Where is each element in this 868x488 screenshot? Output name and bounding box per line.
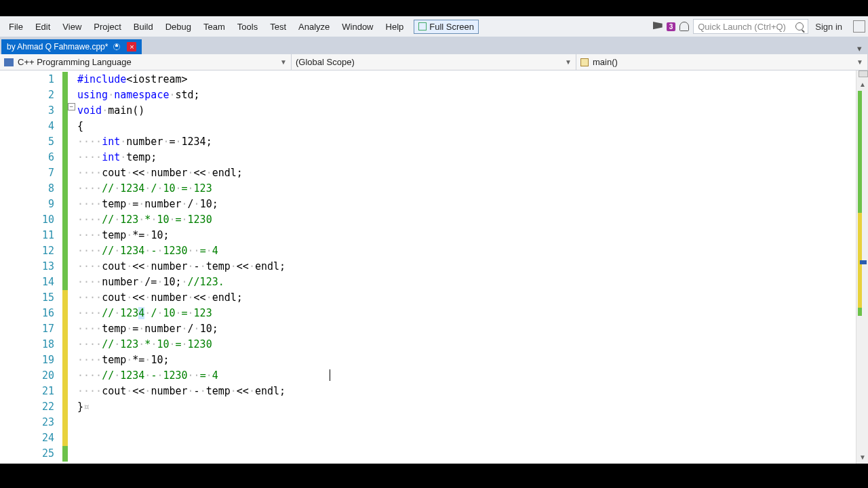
code-area[interactable]: #include<iostream>using·namespace·std;vo…	[77, 70, 856, 464]
split-handle-icon[interactable]	[859, 70, 868, 77]
line-number: 20	[0, 368, 54, 384]
language-label: C++ Programming Language	[18, 57, 132, 67]
menu-build[interactable]: Build	[127, 19, 159, 35]
change-indicator	[62, 212, 68, 228]
menu-tools[interactable]: Tools	[231, 19, 264, 35]
change-indicator	[62, 181, 68, 197]
line-number: 23	[0, 415, 54, 430]
caret-position-marker	[860, 260, 867, 264]
code-line[interactable]: ····cout·<<·number·<<·endl;	[77, 165, 856, 181]
change-indicator	[62, 150, 68, 165]
line-number: 17	[0, 321, 54, 337]
code-line[interactable]: ····cout·<<·number·-·temp·<<·endl;	[77, 259, 856, 274]
code-line[interactable]: ····temp·=·number·/·10;	[77, 321, 856, 337]
quick-launch-input[interactable]: Quick Launch (Ctrl+Q)	[693, 19, 808, 34]
line-number: 4	[0, 119, 54, 134]
code-line[interactable]: ····int·temp;	[77, 150, 856, 165]
menu-debug[interactable]: Debug	[159, 19, 197, 35]
fullscreen-label: Full Screen	[429, 22, 474, 32]
change-indicator	[62, 87, 68, 103]
code-editor[interactable]: 1234567891011121314151617181920212223242…	[0, 70, 868, 464]
code-line[interactable]: ····temp·=·number·/·10;	[77, 197, 856, 212]
code-line[interactable]: ····//·1234·/·10·=·123	[77, 306, 856, 321]
code-line[interactable]: #include<iostream>	[77, 72, 856, 87]
line-number: 10	[0, 212, 54, 228]
change-indicator	[62, 306, 68, 321]
function-label: main()	[593, 57, 618, 67]
change-indicator	[62, 103, 68, 119]
line-number: 13	[0, 259, 54, 274]
code-line[interactable]: ····//·123·*·10·=·1230	[77, 212, 856, 228]
line-number: 22	[0, 399, 54, 415]
code-line[interactable]: ····int·number·=·1234;	[77, 134, 856, 150]
line-number: 8	[0, 181, 54, 197]
code-line[interactable]: ····//·1234·-·1230··=·4	[77, 243, 856, 259]
change-indicator	[62, 197, 68, 212]
menu-help[interactable]: Help	[380, 19, 410, 35]
code-line[interactable]: ····cout·<<·number·<<·endl;	[77, 290, 856, 306]
code-line[interactable]: ····temp·*=·10;	[77, 228, 856, 243]
pin-icon[interactable]	[113, 43, 120, 50]
document-tab[interactable]: by Ahmad Q Fahmawe.cpp* ×	[1, 39, 142, 54]
scroll-down-icon[interactable]: ▼	[856, 451, 868, 462]
code-line[interactable]: void·main()	[77, 103, 856, 119]
navigation-bar: C++ Programming Language ▼ (Global Scope…	[0, 54, 868, 70]
quick-launch-placeholder: Quick Launch (Ctrl+Q)	[698, 22, 786, 32]
fullscreen-button[interactable]: Full Screen	[414, 20, 479, 34]
language-dropdown[interactable]: C++ Programming Language ▼	[0, 54, 292, 70]
code-line[interactable]: ····number·/=·10;·//123.	[77, 274, 856, 290]
menu-file[interactable]: File	[3, 19, 29, 35]
code-line[interactable]: using·namespace·std;	[77, 87, 856, 103]
change-indicator	[62, 228, 68, 243]
fullscreen-icon	[418, 22, 427, 30]
scroll-up-icon[interactable]: ▲	[856, 79, 868, 89]
tab-dropdown-icon[interactable]: ▾	[853, 42, 865, 54]
change-indicator	[62, 399, 68, 415]
change-indicator	[62, 290, 68, 306]
change-indicator	[62, 321, 68, 337]
chevron-down-icon: ▼	[280, 58, 287, 66]
code-line[interactable]: ····//·1234·-·1230··=·4	[77, 368, 856, 384]
code-line[interactable]: ····temp·*=·10;	[77, 352, 856, 368]
menu-view[interactable]: View	[56, 19, 87, 35]
menu-team[interactable]: Team	[197, 19, 231, 35]
line-number: 12	[0, 243, 54, 259]
function-dropdown[interactable]: main() ▼	[576, 54, 868, 70]
menu-project[interactable]: Project	[87, 19, 127, 35]
change-indicator	[62, 119, 68, 134]
feedback-icon[interactable]	[679, 22, 689, 31]
change-indicator	[62, 352, 68, 368]
change-indicator	[62, 337, 68, 352]
line-number: 18	[0, 337, 54, 352]
method-icon	[580, 58, 589, 66]
code-line[interactable]: ····cout·<<·number·-·temp·<<·endl;	[77, 384, 856, 399]
code-line[interactable]: {	[77, 119, 856, 134]
notification-count[interactable]: 3	[667, 22, 676, 31]
line-number: 5	[0, 134, 54, 150]
scope-dropdown[interactable]: (Global Scope) ▼	[292, 54, 576, 70]
fold-toggle-icon[interactable]: −	[68, 103, 75, 110]
line-number: 7	[0, 165, 54, 181]
line-number: 25	[0, 446, 54, 462]
window-maximize-icon[interactable]	[853, 20, 865, 33]
code-line[interactable]: ····//·123·*·10·=·1230	[77, 337, 856, 352]
menu-edit[interactable]: Edit	[29, 19, 56, 35]
line-number: 9	[0, 197, 54, 212]
text-cursor	[330, 369, 330, 381]
change-indicator	[62, 72, 68, 87]
code-line[interactable]: }¤	[77, 399, 856, 415]
flag-icon[interactable]	[653, 22, 663, 31]
code-line[interactable]: ····//·1234·/·10·=·123	[77, 181, 856, 197]
close-tab-icon[interactable]: ×	[127, 42, 136, 52]
menu-window[interactable]: Window	[336, 19, 379, 35]
line-number: 16	[0, 306, 54, 321]
menu-test[interactable]: Test	[264, 19, 292, 35]
change-indicator	[62, 134, 68, 150]
change-indicator	[62, 415, 68, 430]
menu-analyze[interactable]: Analyze	[292, 19, 336, 35]
line-number: 19	[0, 352, 54, 368]
vertical-scrollbar[interactable]: ▲ ▼	[856, 70, 868, 464]
sign-in-link[interactable]: Sign in	[808, 22, 849, 32]
chevron-down-icon: ▼	[565, 58, 572, 66]
scope-label: (Global Scope)	[296, 57, 355, 67]
